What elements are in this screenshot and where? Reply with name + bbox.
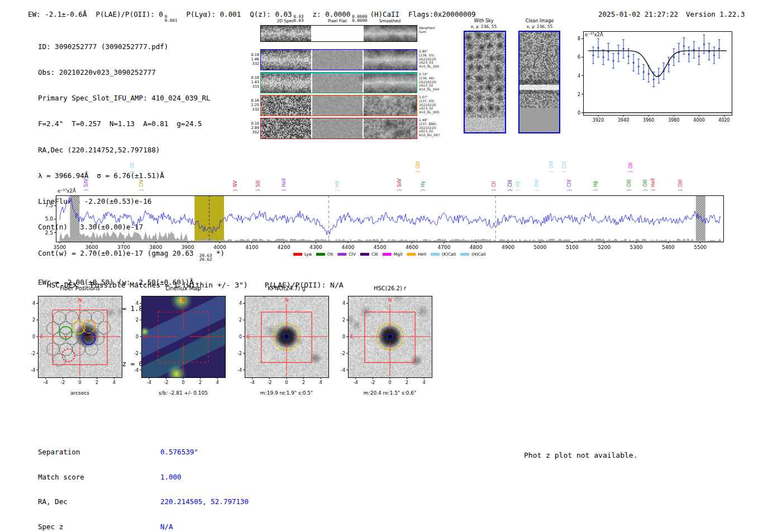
fiber-strip-4 <box>260 118 417 139</box>
withsky-title: With Sky x, y: 236, 55 <box>461 18 506 30</box>
photz-note: Phot z plot not available. <box>524 451 638 459</box>
cutout-title-fiber: Fiber Positions <box>38 285 122 291</box>
table-row: RA, Dec220.214505, 52.797130 <box>38 497 249 506</box>
cutout-caption-lineflux: s/b: -2.81 +/- 0.105 <box>133 390 233 396</box>
line-fit-plot <box>566 27 734 123</box>
match-table: Separation0.576539" Match score1.000 RA,… <box>38 431 249 532</box>
header-plya: P(Lyα): 0.001 <box>186 10 241 18</box>
cutout-caption-kpno: m:19.9 re:1.9" s:0.5" <box>236 390 337 396</box>
info-seeing: F=2.4" T=0.257 N=1.13 A=0.81 g=24.5 <box>38 119 225 128</box>
spec2d-col-header-2dspec: 2D Spec <box>276 18 294 23</box>
header-datetime: 2025-01-02 21:27:22 <box>598 10 678 18</box>
cutout-caption-fiber: arcsecs <box>30 390 130 396</box>
spec2d-col-header-smoothed: Smoothed <box>379 18 400 23</box>
info-primary: Primary Spec_Slot_IFU_AMP: 410_024_039_R… <box>38 94 225 102</box>
clean-image <box>518 31 560 133</box>
info-id: ID: 3090252777 (3090252777.pdf) <box>38 42 225 51</box>
fiber-strip-3 <box>260 95 417 116</box>
clean-coords: x, y: 236, 55 <box>517 24 562 30</box>
lineflux-map-plot <box>123 294 230 386</box>
clean-title: Clean Image x, y: 236, 55 <box>517 18 562 30</box>
spec2d-panel: 2D Spec Pixel Flat Smoothed 0.191.46332 … <box>246 17 447 145</box>
kpno-cutout-plot <box>227 294 333 386</box>
fiber-weights-2: 0.181.43333 <box>246 75 259 89</box>
fiber-strip-2 <box>260 72 417 93</box>
weighted-sum-strip <box>260 25 417 42</box>
spec2d-col-header-pixflat: Pixel Flat <box>328 18 347 23</box>
weighted-sum-label: WeightedSum <box>419 26 446 34</box>
table-row: Match score1.000 <box>38 473 249 481</box>
header-plae-label: P(LAE)/P(OII): 0 <box>96 10 163 18</box>
header-plae: P(LAE)/P(OII): 000.001 <box>96 10 177 18</box>
header-plae-stack: 00.001 <box>165 15 178 22</box>
fiber-annotation-4: 1.48"(237, 886)20210220v023_02410_RU_097 <box>419 118 446 137</box>
info-obs: Obs: 20210220v023_3090252777 <box>38 68 225 76</box>
fiber-strip-1 <box>260 49 417 70</box>
header-version: Version 1.22.3 <box>686 10 745 18</box>
fiber-annotation-3: 1.07"(237, 55)20210220v023_02410_RL_005 <box>419 95 446 114</box>
fiber-positions-plot <box>20 294 126 386</box>
table-row: Separation0.576539" <box>38 448 249 456</box>
hsc-cutout-plot <box>330 294 436 386</box>
cutout-title-kpno: KPNO(24.7) g <box>245 285 328 291</box>
fiber-annotation-1: 0.80"(236, 55)20210220v023_03410_RL_005 <box>419 50 446 69</box>
withsky-coords: x, y: 236, 55 <box>461 24 506 30</box>
header-ew: EW: -2.1±-0.6Å <box>28 10 87 18</box>
table-row: Spec zN/A <box>38 523 249 531</box>
fiber-weights-4: 0.102.89352 <box>246 121 259 135</box>
cutout-caption-hsc: m:20.4 re:1.5" s:0.6" <box>340 390 440 396</box>
cutout-title-lineflux: Lineflux Map <box>141 285 225 291</box>
header-datetime-block: 2025-01-02 21:27:22Version 1.22.3 <box>590 2 752 18</box>
fiber-weights-1: 0.191.46332 <box>246 52 259 66</box>
cutout-title-hsc: HSC(26.2) r <box>348 285 432 291</box>
withsky-image <box>464 31 506 133</box>
full-spectrum-plot <box>44 148 742 263</box>
fiber-weights-3: 0.162.25332 <box>246 98 259 112</box>
fiber-annotation-2: 0.74"(236, 46)20210220v023_02410_RL_004 <box>419 73 446 92</box>
